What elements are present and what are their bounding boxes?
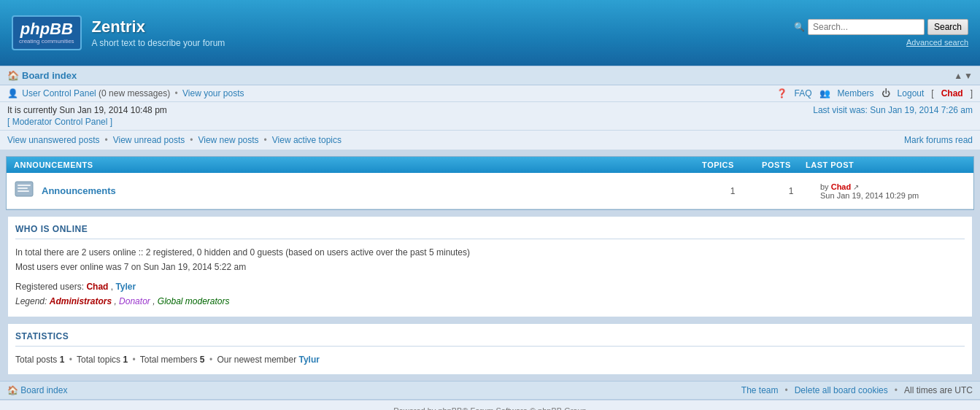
svg-rect-2	[18, 187, 28, 189]
links-sep1: •	[105, 135, 108, 145]
mark-read-link-text[interactable]: Mark forums read	[904, 135, 973, 145]
home-icon: 🏠	[7, 70, 19, 81]
phpbb-logo: phpBB creating communities	[12, 15, 82, 50]
logout-link[interactable]: Logout	[898, 88, 925, 98]
resize-down-icon[interactable]: ▼	[964, 71, 973, 81]
who-is-online-section: WHO IS ONLINE In total there are 2 users…	[7, 216, 973, 317]
links-bar: View unanswered posts • View unread post…	[0, 131, 980, 150]
username-bracket-close: ]	[971, 88, 973, 98]
header-right: 🔍 Search Advanced search	[794, 19, 968, 47]
the-team-link[interactable]: The team	[741, 385, 779, 395]
footer-home-icon: 🏠	[7, 385, 18, 395]
forum-announcements-header: ANNOUNCEMENTS TOPICS POSTS LAST POST	[7, 157, 973, 173]
last-visit: Last visit was: Sun Jan 19, 2014 7:26 am	[813, 105, 973, 115]
members-link[interactable]: Members	[838, 88, 874, 98]
view-unread-link[interactable]: View unread posts	[113, 135, 185, 145]
total-topics-value: 1	[123, 355, 128, 365]
stats-sep1: •	[69, 355, 72, 365]
topics-count: 1	[703, 186, 762, 196]
ucp-label: User Control Panel	[22, 88, 96, 98]
links-sep2: •	[190, 135, 193, 145]
username-link[interactable]: Chad	[941, 88, 963, 98]
nav-bar: 🏠 Board index ▲ ▼	[0, 66, 980, 85]
view-active-link[interactable]: View active topics	[272, 135, 342, 145]
view-new-link[interactable]: View new posts	[198, 135, 258, 145]
footer-nav-right: The team • Delete all board cookies • Al…	[741, 385, 973, 395]
new-messages-count: 0 new messages	[101, 88, 167, 98]
members-icon: 👥	[819, 88, 830, 98]
online-line1: In total there are 2 users online :: 2 r…	[15, 245, 965, 260]
footer-nav: 🏠 Board index The team • Delete all boar…	[0, 381, 980, 400]
powered-by-text: Powered by phpBB® Forum Software © phpBB…	[393, 406, 586, 410]
online-user-chad[interactable]: Chad	[86, 282, 108, 292]
faq-link[interactable]: FAQ	[795, 88, 812, 98]
moderator-panel-link[interactable]: [ Moderator Control Panel ]	[7, 117, 973, 130]
lastpost-datetime: Sun Jan 19, 2014 10:29 pm	[820, 191, 919, 200]
resize-up-icon[interactable]: ▲	[954, 71, 962, 81]
site-title: Zentrix	[92, 18, 225, 36]
topics-col-header: TOPICS	[689, 160, 747, 169]
forum-list-icon	[14, 179, 34, 199]
logout-icon: ⏻	[881, 88, 890, 98]
logo-sub: creating communities	[19, 39, 74, 45]
lastpost-col-header: LAST POST	[806, 160, 966, 169]
board-index-nav-link[interactable]: 🏠 Board index	[7, 70, 77, 81]
total-members-label: Total members	[140, 355, 198, 365]
logo-text: phpBB	[20, 21, 73, 37]
mark-forums-read-link[interactable]: Mark forums read	[904, 135, 973, 145]
forum-row-left: Announcements	[14, 179, 703, 203]
advanced-search-link[interactable]: Advanced search	[906, 38, 968, 47]
legend-donators[interactable]: Donator	[119, 296, 150, 306]
footer-sep1: •	[785, 385, 788, 395]
lastpost-icon: ↗	[853, 183, 859, 191]
last-post-info: by Chad ↗ Sun Jan 19, 2014 10:29 pm	[820, 182, 966, 200]
stats-sep2: •	[132, 355, 135, 365]
site-info: Zentrix A short text to describe your fo…	[92, 18, 225, 48]
stats-sep3: •	[209, 355, 212, 365]
search-button[interactable]: Search	[927, 19, 968, 35]
legend-line: Legend: Administrators , Donator , Globa…	[15, 294, 965, 309]
username-bracket-open: [	[931, 88, 933, 98]
statistics-content: Total posts 1 • Total topics 1 • Total m…	[15, 352, 965, 367]
legend-moderators[interactable]: Global moderators	[158, 296, 230, 306]
newest-member-link[interactable]: Tylur	[298, 355, 319, 365]
total-posts-label: Total posts	[15, 355, 57, 365]
footer-board-index: 🏠 Board index	[7, 385, 67, 395]
total-topics-label: Total topics	[77, 355, 120, 365]
ucp-link[interactable]: User Control Panel	[22, 88, 99, 98]
posts-count: 1	[762, 186, 820, 196]
view-posts-link[interactable]: View your posts	[182, 88, 244, 98]
forum-name-link[interactable]: Announcements	[42, 185, 116, 196]
moderator-panel-link-text[interactable]: [ Moderator Control Panel ]	[7, 117, 112, 127]
lastpost-username-link[interactable]: Chad	[831, 182, 852, 191]
legend-sep2: ,	[153, 296, 158, 306]
forum-outer: ANNOUNCEMENTS TOPICS POSTS LAST POST Ann…	[6, 156, 974, 210]
footer-sep2: •	[895, 385, 898, 395]
footer-board-index-link[interactable]: Board index	[20, 385, 67, 395]
user-bar: 👤 User Control Panel (0 new messages) • …	[0, 85, 980, 102]
registered-users-line: Registered users: Chad , Tyler	[15, 279, 965, 294]
faq-icon: ❓	[776, 88, 787, 98]
statistics-section: STATISTICS Total posts 1 • Total topics …	[7, 323, 973, 375]
info-bar-top: It is currently Sun Jan 19, 2014 10:48 p…	[7, 105, 973, 115]
current-time: It is currently Sun Jan 19, 2014 10:48 p…	[7, 105, 167, 115]
search-input[interactable]	[808, 19, 925, 35]
view-unanswered-link[interactable]: View unanswered posts	[7, 135, 100, 145]
site-desc: A short text to describe your forum	[92, 38, 225, 48]
user-bar-left: 👤 User Control Panel (0 new messages) • …	[7, 88, 244, 98]
online-line2: Most users ever online was 7 on Sun Jan …	[15, 260, 965, 274]
delete-cookies-link[interactable]: Delete all board cookies	[795, 385, 888, 395]
who-is-online-content: In total there are 2 users online :: 2 r…	[15, 245, 965, 309]
newest-member-label: Our newest member	[217, 355, 296, 365]
search-bar: 🔍 Search	[794, 19, 968, 35]
links-bar-left: View unanswered posts • View unread post…	[7, 135, 342, 145]
legend-label: Legend:	[15, 296, 47, 306]
legend-admins[interactable]: Administrators	[50, 296, 112, 306]
board-index-label: Board index	[22, 70, 77, 81]
posts-col-header: POSTS	[747, 160, 806, 169]
statistics-title: STATISTICS	[15, 331, 965, 347]
online-user-tyler[interactable]: Tyler	[115, 282, 136, 292]
resize-icons: ▲ ▼	[954, 71, 973, 81]
info-bar: It is currently Sun Jan 19, 2014 10:48 p…	[0, 102, 980, 131]
ucp-icon: 👤	[7, 88, 18, 98]
